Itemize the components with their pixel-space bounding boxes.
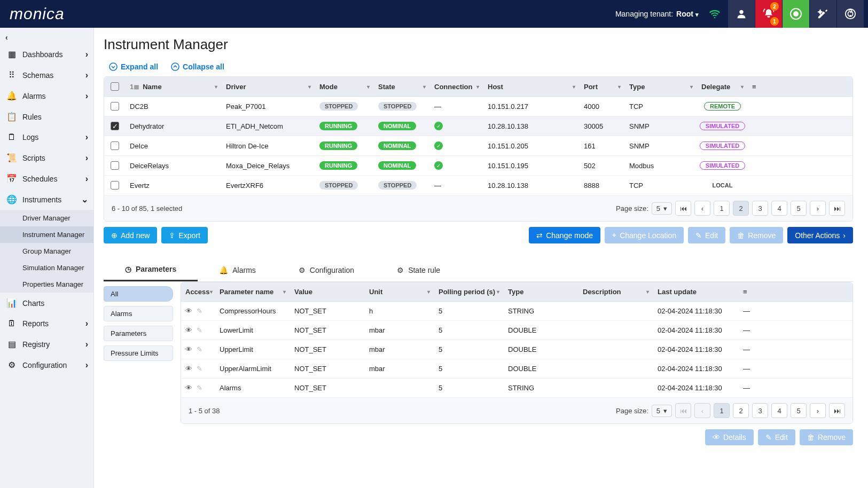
- svg-point-3: [846, 9, 855, 19]
- page-size-select[interactable]: 5▾: [652, 202, 672, 215]
- other-actions-button[interactable]: Other Actions›: [787, 227, 853, 243]
- param-unit: mbar: [365, 340, 434, 359]
- col-header-connection[interactable]: Connection▾: [430, 77, 483, 96]
- page-3[interactable]: 3: [752, 201, 768, 216]
- param-page-last[interactable]: ⏭: [829, 403, 845, 418]
- table-row[interactable]: Evertz EvertzXRF6 STOPPED STOPPED — 10.2…: [104, 176, 853, 195]
- p-col-value[interactable]: Value: [290, 282, 365, 301]
- sidebar-subitem-simulation-manager[interactable]: Simulation Manager: [0, 259, 93, 276]
- tenant-selector[interactable]: Managing tenant: Root: [615, 10, 699, 18]
- param-page-5[interactable]: 5: [791, 403, 807, 418]
- param-page-prev[interactable]: ‹: [694, 403, 710, 418]
- alarm-bell-button[interactable]: 2 1: [755, 0, 782, 28]
- tab-state-rule[interactable]: ⚙State rule: [376, 258, 462, 281]
- param-value: NOT_SET: [290, 359, 365, 378]
- add-new-button[interactable]: ⊕Add new: [104, 227, 157, 243]
- page-4[interactable]: 4: [771, 201, 787, 216]
- tab-parameters[interactable]: ◷Parameters: [104, 258, 198, 281]
- filter-alarms[interactable]: Alarms: [104, 306, 173, 321]
- sidebar-item-rules[interactable]: 📋Rules: [0, 106, 93, 127]
- help-button[interactable]: [837, 0, 864, 28]
- page-5[interactable]: 5: [791, 201, 807, 216]
- sidebar-item-dashboards[interactable]: ▦Dashboards›: [0, 44, 93, 65]
- param-page-next[interactable]: ›: [810, 403, 826, 418]
- filter-all[interactable]: All: [104, 286, 173, 302]
- param-row[interactable]: 👁✎ Alarms NOT_SET 5 STRING 02-04-2024 11…: [181, 379, 853, 398]
- param-row[interactable]: 👁✎ LowerLimit NOT_SET mbar 5 DOUBLE 02-0…: [181, 321, 853, 340]
- param-page-first[interactable]: ⏮: [675, 403, 691, 418]
- sidebar-subitem-properties-manager[interactable]: Properties Manager: [0, 276, 93, 293]
- p-col-type[interactable]: Type: [504, 282, 578, 301]
- sidebar-item-registry[interactable]: ▤Registry›: [0, 334, 93, 355]
- param-page-size-select[interactable]: 5▾: [652, 405, 672, 417]
- param-page-4[interactable]: 4: [771, 403, 787, 418]
- param-last: 02-04-2024 11:18:30: [653, 321, 739, 340]
- user-button[interactable]: [728, 0, 755, 28]
- status-button[interactable]: [783, 0, 809, 28]
- page-2[interactable]: 2: [733, 201, 749, 216]
- collapse-all-button[interactable]: Collapse all: [171, 62, 224, 71]
- table-row[interactable]: ✓ Dehydrator ETI_ADH_Netcom RUNNING NOMI…: [104, 116, 853, 136]
- table-menu-icon[interactable]: ≡: [748, 77, 764, 96]
- filter-parameters[interactable]: Parameters: [104, 326, 173, 341]
- row-checkbox[interactable]: [111, 102, 119, 111]
- tab-alarms[interactable]: 🔔Alarms: [198, 258, 277, 281]
- page-first[interactable]: ⏮: [675, 201, 691, 216]
- col-header-delegate[interactable]: Delegate▾: [697, 77, 748, 96]
- sidebar-item-schedules[interactable]: 📅Schedules›: [0, 168, 93, 189]
- param-row[interactable]: 👁✎ UpperAlarmLimit NOT_SET mbar 5 DOUBLE…: [181, 359, 853, 379]
- sidebar-collapse-button[interactable]: ‹: [0, 31, 93, 44]
- col-header-driver[interactable]: Driver▾: [222, 77, 315, 96]
- col-header-host[interactable]: Host▾: [483, 77, 580, 96]
- col-header-port[interactable]: Port▾: [580, 77, 625, 96]
- sidebar-item-logs[interactable]: 🗒Logs›: [0, 127, 93, 147]
- table-row[interactable]: DC2B Peak_P7001 STOPPED STOPPED — 10.151…: [104, 97, 853, 116]
- filter-pressure-limits[interactable]: Pressure Limits: [104, 345, 173, 361]
- row-checkbox[interactable]: [111, 141, 119, 150]
- tools-button[interactable]: [810, 0, 836, 28]
- sidebar-item-schemas[interactable]: ⠿Schemas›: [0, 65, 93, 85]
- tab-configuration[interactable]: ⚙Configuration: [277, 258, 376, 281]
- col-header-name[interactable]: 1≣Name▾: [126, 77, 222, 96]
- p-col-unit[interactable]: Unit▾: [365, 282, 434, 301]
- page-next[interactable]: ›: [810, 201, 826, 216]
- param-row[interactable]: 👁✎ UpperLimit NOT_SET mbar 5 DOUBLE 02-0…: [181, 340, 853, 359]
- row-checkbox[interactable]: [111, 181, 119, 190]
- col-header-mode[interactable]: Mode▾: [315, 77, 374, 96]
- p-col-access[interactable]: Access▾: [181, 282, 215, 301]
- sidebar-subitem-group-manager[interactable]: Group Manager: [0, 243, 93, 259]
- p-col-desc[interactable]: Description▾: [578, 282, 653, 301]
- param-page-2[interactable]: 2: [733, 403, 749, 418]
- export-button[interactable]: ⇪Export: [161, 227, 207, 243]
- sidebar-subitem-instrument-manager[interactable]: Instrument Manager: [0, 226, 93, 243]
- param-row[interactable]: 👁✎ CompressorHours NOT_SET h 5 STRING 02…: [181, 302, 853, 321]
- row-checkbox[interactable]: ✓: [111, 122, 119, 130]
- page-last[interactable]: ⏭: [829, 201, 845, 216]
- table-row[interactable]: DeIce Hiltron De-Ice RUNNING NOMINAL ✓ 1…: [104, 136, 853, 156]
- sidebar-item-instruments[interactable]: 🌐Instruments⌄: [0, 189, 93, 210]
- mode-badge: STOPPED: [319, 102, 358, 111]
- p-col-name[interactable]: Parameter name▾: [215, 282, 290, 301]
- page-prev[interactable]: ‹: [694, 201, 710, 216]
- sidebar-item-configuration[interactable]: ⚙Configuration›: [0, 355, 93, 375]
- alarm-badge-bottom: 1: [770, 17, 779, 26]
- change-mode-button[interactable]: ⇄Change mode: [529, 227, 600, 243]
- main-content: Instrument Manager Expand all Collapse a…: [94, 28, 868, 488]
- param-page-1[interactable]: 1: [714, 403, 730, 418]
- sidebar-item-reports[interactable]: 🗓Reports›: [0, 313, 93, 334]
- p-table-menu-icon[interactable]: ≡: [739, 282, 760, 301]
- col-header-state[interactable]: State▾: [374, 77, 430, 96]
- p-col-poll[interactable]: Polling period (s)▾: [434, 282, 504, 301]
- sidebar-subitem-driver-manager[interactable]: Driver Manager: [0, 210, 93, 226]
- select-all-checkbox[interactable]: [111, 82, 119, 91]
- sidebar-item-charts[interactable]: 📊Charts: [0, 293, 93, 313]
- sidebar-item-scripts[interactable]: 📜Scripts›: [0, 147, 93, 168]
- param-page-3[interactable]: 3: [752, 403, 768, 418]
- col-header-type[interactable]: Type▾: [625, 77, 697, 96]
- sidebar-item-alarms[interactable]: 🔔Alarms›: [0, 85, 93, 106]
- p-col-last[interactable]: Last update: [653, 282, 739, 301]
- expand-all-button[interactable]: Expand all: [109, 62, 158, 71]
- page-1[interactable]: 1: [714, 201, 730, 216]
- table-row[interactable]: DeiceRelays Moxa_Deice_Relays RUNNING NO…: [104, 156, 853, 176]
- row-checkbox[interactable]: [111, 161, 119, 170]
